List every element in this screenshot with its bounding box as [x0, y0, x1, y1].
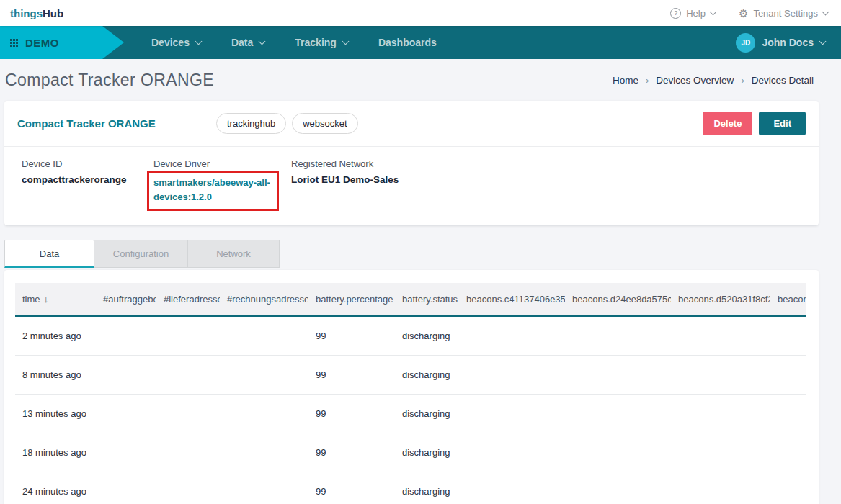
device-data-table: time↓ #auftraggeber #lieferadresse #rech… [15, 283, 806, 504]
table-cell [220, 395, 308, 433]
nav-label: Tracking [295, 37, 337, 48]
table-cell [96, 395, 156, 433]
logo-part-things: things [10, 7, 43, 19]
help-icon: ? [670, 8, 681, 19]
table-row: 2 minutes ago 99 discharging [15, 316, 806, 356]
column-header-beacon-1[interactable]: beacons.c41137406e35 [459, 283, 565, 316]
table-cell [156, 356, 220, 395]
table-row: 24 minutes ago 99 discharging [15, 472, 806, 504]
column-label: time [22, 294, 40, 305]
sort-desc-icon: ↓ [44, 294, 49, 305]
nav-item-devices[interactable]: Devices [151, 37, 201, 48]
chevron-down-icon [819, 37, 827, 45]
grid-icon [10, 39, 18, 47]
table-cell [459, 472, 565, 504]
column-header-lieferadresse[interactable]: #lieferadresse [156, 283, 220, 316]
table-cell [96, 316, 156, 356]
delete-button[interactable]: Delete [703, 112, 752, 135]
table-cell [96, 356, 156, 395]
table-cell [156, 316, 220, 356]
nav-item-data[interactable]: Data [231, 37, 264, 48]
table-cell [671, 472, 770, 504]
field-registered-network: Registered Network Loriot EU1 Demo-Sales [291, 158, 399, 211]
page-title: Compact Tracker ORANGE [5, 71, 214, 90]
cell-battery-percentage: 99 [308, 316, 395, 356]
table-cell [565, 356, 671, 395]
column-header-beacon-3[interactable]: beacons.d520a31f8cf2 [671, 283, 770, 316]
breadcrumb-separator-icon: › [646, 75, 649, 86]
column-header-auftraggeber[interactable]: #auftraggeber [96, 283, 156, 316]
cell-battery-percentage: 99 [308, 433, 395, 472]
help-menu[interactable]: ? Help [670, 8, 716, 19]
chevron-down-icon [342, 37, 349, 45]
chevron-down-icon [259, 37, 266, 45]
cell-battery-status: discharging [395, 433, 459, 472]
tab-network[interactable]: Network [188, 240, 280, 268]
tab-data[interactable]: Data [4, 240, 94, 268]
nav-item-tracking[interactable]: Tracking [295, 37, 348, 48]
nav-item-dashboards[interactable]: Dashboards [378, 37, 437, 48]
table-scroll-area[interactable]: time↓ #auftraggeber #lieferadresse #rech… [15, 283, 806, 504]
table-cell [156, 433, 220, 472]
cell-battery-percentage: 99 [308, 395, 395, 433]
cell-time: 8 minutes ago [15, 356, 96, 395]
cell-battery-percentage: 99 [308, 356, 395, 395]
cell-time: 24 minutes ago [15, 472, 96, 504]
tag-trackinghub: trackinghub [216, 113, 286, 134]
table-cell [770, 395, 806, 433]
column-header-battery-percentage[interactable]: battery.percentage [308, 283, 395, 316]
cell-battery-status: discharging [395, 395, 459, 433]
nav-label: Devices [151, 37, 190, 48]
column-header-beacon-4[interactable]: beacons. [770, 283, 806, 316]
table-cell [671, 433, 770, 472]
red-annotation-box: smartmakers/abeeway-all-devices:1.2.0 [147, 171, 279, 211]
cell-battery-status: discharging [395, 356, 459, 395]
chevron-down-icon [709, 8, 716, 15]
nav-label: Data [231, 37, 253, 48]
detail-tabs: Data Configuration Network [4, 240, 841, 268]
table-row: 13 minutes ago 99 discharging [15, 395, 806, 433]
tenant-settings-menu[interactable]: ⚙ Tenant Settings [739, 8, 828, 19]
avatar: JD [736, 33, 755, 53]
table-cell [156, 472, 220, 504]
tenant-switcher[interactable]: DEMO [0, 26, 124, 59]
table-cell [770, 316, 806, 356]
tag-websocket: websocket [292, 113, 357, 134]
column-header-battery-status[interactable]: battery.status [395, 283, 459, 316]
table-row: 8 minutes ago 99 discharging [15, 356, 806, 395]
gear-icon: ⚙ [739, 8, 748, 19]
column-header-beacon-2[interactable]: beacons.d24ee8da575c [565, 283, 671, 316]
registered-network-label: Registered Network [291, 158, 399, 169]
tenant-settings-label: Tenant Settings [753, 8, 818, 19]
user-name: John Docs [762, 37, 814, 48]
table-cell [220, 433, 308, 472]
tab-configuration[interactable]: Configuration [94, 240, 188, 268]
main-navbar: DEMO Devices Data Tracking Dashboards JD… [0, 26, 841, 59]
table-cell [96, 472, 156, 504]
cell-battery-percentage: 99 [308, 472, 395, 504]
thingshub-logo[interactable]: thingsHub [10, 7, 63, 19]
table-cell [220, 316, 308, 356]
breadcrumb-devices-overview[interactable]: Devices Overview [656, 75, 734, 86]
table-cell [220, 356, 308, 395]
device-detail-card: Compact Tracker ORANGE trackinghub webso… [4, 101, 819, 225]
top-bar: thingsHub ? Help ⚙ Tenant Settings [0, 0, 841, 26]
field-device-driver: Device Driver smartmakers/abeeway-all-de… [153, 158, 291, 211]
edit-button[interactable]: Edit [759, 112, 806, 135]
logo-part-hub: Hub [43, 7, 63, 19]
table-cell [156, 395, 220, 433]
table-header-row: time↓ #auftraggeber #lieferadresse #rech… [15, 283, 806, 316]
breadcrumb-home[interactable]: Home [613, 75, 638, 86]
user-menu[interactable]: JD John Docs [736, 33, 825, 53]
table-cell [565, 433, 671, 472]
device-id-value: compacttrackerorange [22, 174, 153, 185]
device-driver-link[interactable]: smartmakers/abeeway-all-devices:1.2.0 [153, 176, 272, 204]
table-cell [96, 433, 156, 472]
table-cell [770, 433, 806, 472]
data-table-card: time↓ #auftraggeber #lieferadresse #rech… [4, 270, 819, 504]
table-cell [565, 472, 671, 504]
table-cell [671, 356, 770, 395]
column-header-rechnungsadresse[interactable]: #rechnungsadresse [220, 283, 308, 316]
column-header-time[interactable]: time↓ [15, 283, 96, 316]
nav-label: Dashboards [378, 37, 437, 48]
